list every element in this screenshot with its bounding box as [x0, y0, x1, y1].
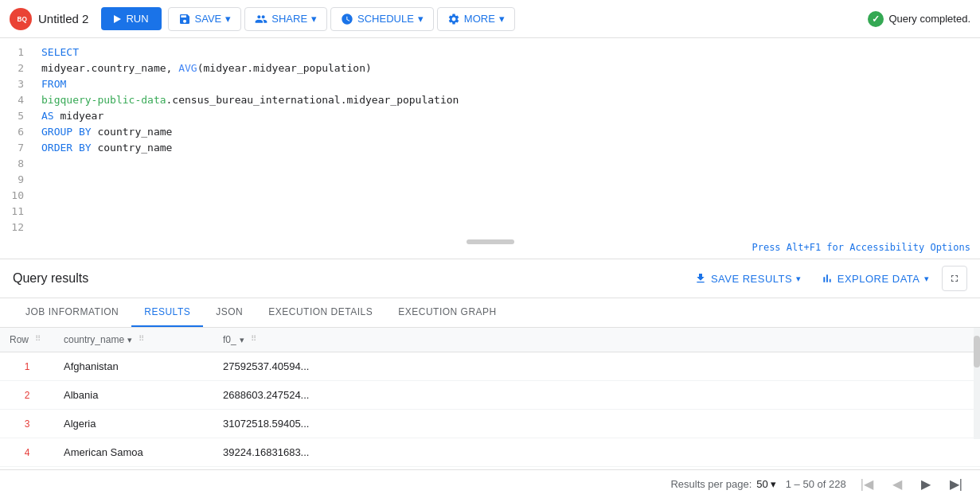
- tab-json[interactable]: JSON: [203, 298, 256, 327]
- results-actions: SAVE RESULTS ▾ EXPLORE DATA ▾: [688, 266, 967, 291]
- first-page-button[interactable]: |◀: [856, 475, 878, 493]
- line-num-5: 5: [0, 108, 24, 124]
- line-num-12: 12: [0, 220, 24, 235]
- results-title: Query results: [13, 271, 681, 286]
- cell-f0-4: 39224.16831683...: [213, 438, 341, 467]
- bottom-section: Query results SAVE RESULTS ▾ EXPLORE DAT…: [0, 259, 980, 498]
- col-header-f0: f0_ ▾ ⠿: [213, 328, 341, 352]
- results-tab-bar: JOB INFORMATION RESULTS JSON EXECUTION D…: [0, 298, 980, 328]
- line-num-9: 9: [0, 172, 24, 188]
- col-header-country-name: country_name ▾ ⠿: [54, 328, 213, 352]
- cell-row-2: 2: [0, 381, 54, 410]
- line-num-7: 7: [0, 140, 24, 156]
- line-num-11: 11: [0, 204, 24, 220]
- more-dropdown-icon: ▾: [499, 13, 505, 25]
- explore-data-label: EXPLORE DATA: [837, 273, 920, 285]
- status-check-icon: [868, 11, 884, 27]
- table-footer: Results per page: 50 ▾ 1 – 50 of 228 |◀ …: [0, 469, 980, 498]
- line-num-10: 10: [0, 188, 24, 204]
- table-header-row: Row ⠿ country_name ▾ ⠿ f0_: [0, 328, 980, 352]
- tab-job-information[interactable]: JOB INFORMATION: [13, 298, 131, 327]
- cell-country-3: Algeria: [54, 410, 213, 438]
- cell-country-2: Albania: [54, 381, 213, 410]
- run-label: RUN: [126, 13, 148, 25]
- cell-empty-5: [341, 467, 980, 470]
- cell-row-3: 3: [0, 410, 54, 438]
- pagination-info: 1 – 50 of 228: [786, 478, 846, 490]
- prev-page-button[interactable]: ◀: [888, 475, 907, 493]
- line-num-6: 6: [0, 124, 24, 140]
- save-icon: [178, 13, 191, 25]
- f0-resize-handle[interactable]: ⠿: [251, 334, 260, 345]
- results-table: Row ⠿ country_name ▾ ⠿ f0_: [0, 328, 980, 469]
- per-page-dropdown-icon: ▾: [771, 478, 776, 490]
- share-icon: [255, 13, 267, 25]
- schedule-label: SCHEDULE: [357, 13, 414, 25]
- save-button[interactable]: SAVE ▾: [168, 7, 242, 31]
- chart-icon: [821, 272, 834, 285]
- table-row: 3 Algeria 31072518.59405...: [0, 410, 980, 438]
- cell-row-5: 5: [0, 467, 54, 470]
- code-line-7: ORDER BY country_name: [41, 140, 980, 156]
- table-row: 2 Albania 2688603.247524...: [0, 381, 980, 410]
- code-line-5: AS midyear: [41, 108, 980, 124]
- code-line-4: bigquery-public-data.census_bureau_inter…: [41, 92, 980, 108]
- cell-country-1: Afghanistan: [54, 352, 213, 381]
- row-resize-handle[interactable]: ⠿: [35, 334, 45, 345]
- cell-f0-3: 31072518.59405...: [213, 410, 341, 438]
- run-button[interactable]: RUN: [101, 7, 161, 30]
- share-button[interactable]: SHARE ▾: [244, 7, 327, 31]
- results-table-container: Row ⠿ country_name ▾ ⠿ f0_: [0, 328, 980, 469]
- next-page-button[interactable]: ▶: [916, 475, 935, 493]
- download-icon: [694, 272, 707, 285]
- country-sort-icon[interactable]: ▾: [127, 335, 132, 345]
- cell-empty-4: [341, 438, 980, 467]
- schedule-dropdown-icon: ▾: [418, 13, 424, 25]
- horizontal-scrollbar[interactable]: [467, 239, 514, 244]
- share-dropdown-icon: ▾: [311, 13, 317, 25]
- code-editor[interactable]: 1 2 3 4 5 6 7 8 9 10 11 12 SELECT midyea…: [0, 38, 980, 259]
- cell-f0-2: 2688603.247524...: [213, 381, 341, 410]
- code-line-2: midyear.country_name, AVG(midyear.midyea…: [41, 60, 980, 76]
- more-button[interactable]: MORE ▾: [437, 7, 515, 31]
- line-num-2: 2: [0, 60, 24, 76]
- save-results-button[interactable]: SAVE RESULTS ▾: [688, 267, 808, 290]
- query-status: Query completed.: [868, 11, 970, 27]
- table-row: 4 American Samoa 39224.16831683...: [0, 438, 980, 467]
- app-logo: BQ: [10, 8, 32, 30]
- schedule-button[interactable]: SCHEDULE ▾: [330, 7, 434, 31]
- f0-sort-icon[interactable]: ▾: [240, 335, 244, 345]
- code-line-1: SELECT: [41, 45, 980, 60]
- query-tab-title: Untitled 2: [38, 12, 88, 25]
- expand-collapse-button[interactable]: [942, 266, 967, 291]
- table-row: 5 Andorra 55779.21782179...: [0, 467, 980, 470]
- cell-f0-5: 55779.21782179...: [213, 467, 341, 470]
- per-page-value[interactable]: 50 ▾: [756, 478, 775, 490]
- country-resize-handle[interactable]: ⠿: [139, 334, 148, 345]
- explore-data-dropdown-icon: ▾: [924, 274, 930, 284]
- code-lines: SELECT midyear.country_name, AVG(midyear…: [32, 38, 980, 259]
- explore-data-button[interactable]: EXPLORE DATA ▾: [814, 267, 935, 290]
- gear-icon: [447, 13, 460, 25]
- accessibility-hint: Press Alt+F1 for Accessibility Options: [752, 239, 970, 255]
- line-num-4: 4: [0, 92, 24, 108]
- vertical-scrollbar-track[interactable]: [974, 328, 980, 439]
- results-table-body: 1 Afghanistan 27592537.40594... 2 Albani…: [0, 352, 980, 470]
- col-header-row: Row ⠿: [0, 328, 54, 352]
- results-header: Query results SAVE RESULTS ▾ EXPLORE DAT…: [0, 259, 980, 298]
- vertical-scrollbar-thumb[interactable]: [974, 336, 980, 368]
- last-page-button[interactable]: ▶|: [945, 475, 967, 493]
- share-label: SHARE: [271, 13, 307, 25]
- top-bar: BQ Untitled 2 RUN SAVE ▾ SHARE ▾ SCHEDUL…: [0, 0, 980, 38]
- status-text: Query completed.: [888, 13, 970, 25]
- tab-execution-details[interactable]: EXECUTION DETAILS: [256, 298, 385, 327]
- schedule-icon: [341, 13, 353, 25]
- save-results-label: SAVE RESULTS: [711, 273, 792, 285]
- per-page-label: Results per page:: [670, 478, 752, 490]
- cell-f0-1: 27592537.40594...: [213, 352, 341, 381]
- cell-row-1: 1: [0, 352, 54, 381]
- line-num-3: 3: [0, 76, 24, 92]
- tab-execution-graph[interactable]: EXECUTION GRAPH: [385, 298, 510, 327]
- tab-results[interactable]: RESULTS: [131, 298, 203, 327]
- cell-country-4: American Samoa: [54, 438, 213, 467]
